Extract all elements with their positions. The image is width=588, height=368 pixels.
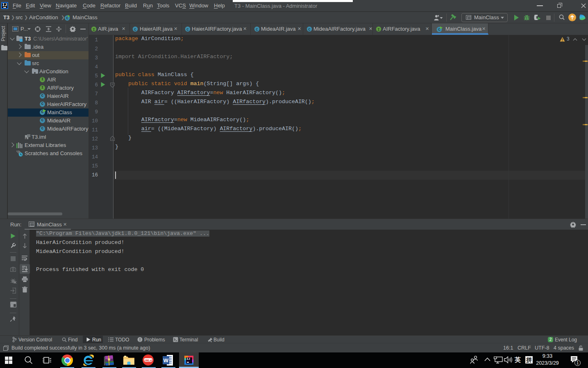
svg-text:C: C bbox=[256, 28, 258, 32]
svg-text:C: C bbox=[186, 28, 189, 32]
svg-text:C: C bbox=[308, 28, 311, 32]
svg-text:C: C bbox=[134, 28, 136, 32]
svg-text:W: W bbox=[163, 357, 169, 363]
svg-text:I: I bbox=[93, 28, 95, 32]
svg-text:I: I bbox=[377, 28, 379, 32]
